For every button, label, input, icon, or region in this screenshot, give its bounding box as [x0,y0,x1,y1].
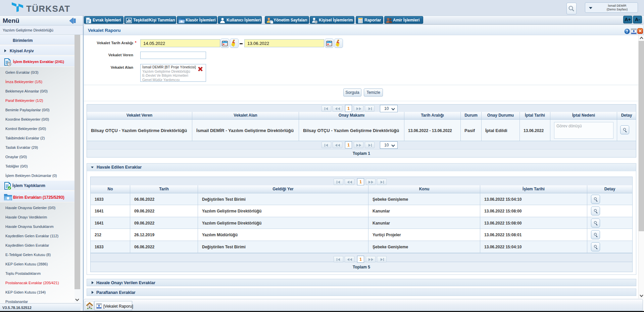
svg-text:?: ? [626,29,628,34]
